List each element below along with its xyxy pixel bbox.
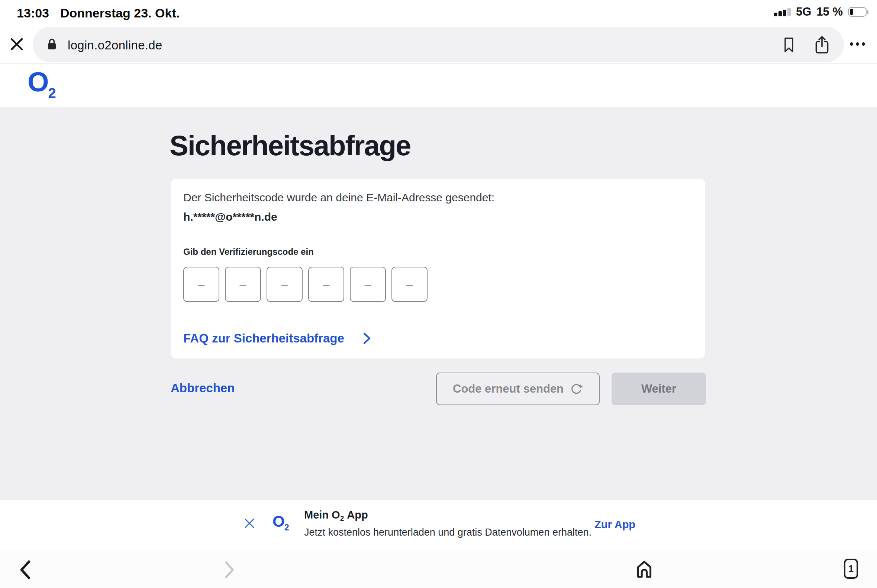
resend-code-label: Code erneut senden (453, 382, 564, 396)
browser-bottom-bar (0, 550, 877, 588)
code-digit-input-1[interactable]: – (183, 267, 219, 302)
tabs-button[interactable]: 1 (844, 559, 858, 579)
url-text: login.o2online.de (68, 38, 162, 52)
o2-logo-small: O2 (272, 513, 289, 532)
close-icon (8, 36, 25, 53)
dash-placeholder: – (281, 279, 288, 291)
chevron-right-icon (362, 332, 372, 345)
clock: 13:03 (17, 6, 49, 20)
ellipsis-icon (850, 42, 853, 46)
chevron-forward-icon (223, 561, 236, 579)
cellular-signal-icon (774, 8, 791, 16)
share-icon (814, 35, 830, 54)
status-bar-left: 13:03 Donnerstag 23. Okt. (17, 6, 179, 20)
open-app-link[interactable]: Zur App (594, 519, 635, 531)
chevron-back-icon (18, 560, 33, 580)
battery-icon (848, 7, 866, 17)
next-button[interactable]: Weiter (612, 372, 706, 405)
battery-percent: 15 % (817, 5, 843, 19)
banner-title: Mein O2App (304, 509, 368, 523)
cancel-button[interactable]: Abbrechen (171, 381, 235, 395)
dash-placeholder: – (198, 279, 205, 291)
banner-subtitle: Jetzt kostenlos herunterladen und gratis… (304, 527, 591, 538)
home-icon (635, 559, 654, 579)
dash-placeholder: – (406, 279, 413, 291)
code-digit-input-6[interactable]: – (391, 267, 427, 302)
faq-link-label: FAQ zur Sicherheitsabfrage (183, 332, 344, 345)
close-icon (244, 518, 255, 529)
verification-code-inputs: – – – – – – (183, 267, 427, 302)
faq-link[interactable]: FAQ zur Sicherheitsabfrage (183, 332, 372, 345)
resend-code-button[interactable]: Code erneut senden (436, 372, 600, 405)
dash-placeholder: – (365, 279, 372, 291)
next-button-label: Weiter (641, 382, 676, 396)
network-type: 5G (796, 5, 811, 19)
o2-logo[interactable]: O2 (27, 68, 56, 101)
status-bar-right: 5G 15 % (774, 5, 866, 19)
code-sent-info: Der Sicherheitscode wurde an deine E-Mai… (183, 189, 495, 206)
code-digit-input-4[interactable]: – (308, 267, 344, 302)
close-browser-button[interactable] (8, 36, 25, 53)
back-button[interactable] (18, 560, 33, 582)
page-title: Sicherheitsabfrage (170, 129, 411, 162)
refresh-icon (570, 382, 583, 396)
home-button[interactable] (635, 559, 654, 580)
banner-close-button[interactable] (244, 518, 256, 530)
tab-count: 1 (848, 564, 854, 574)
code-input-label: Gib den Verifizierungscode ein (183, 247, 314, 257)
bookmark-button[interactable] (782, 37, 796, 55)
dash-placeholder: – (323, 279, 330, 291)
secure-lock-icon (47, 38, 57, 53)
more-options-button[interactable] (850, 42, 865, 46)
app-promo-banner (0, 500, 877, 550)
dash-placeholder: – (240, 279, 247, 291)
code-digit-input-3[interactable]: – (266, 267, 302, 302)
code-digit-input-5[interactable]: – (350, 267, 386, 302)
bookmark-icon (782, 37, 796, 53)
toolbar-divider (0, 63, 877, 63)
code-digit-input-2[interactable]: – (225, 267, 261, 302)
masked-email: h.*****@o*****n.de (183, 209, 277, 225)
date: Donnerstag 23. Okt. (60, 6, 179, 20)
share-button[interactable] (814, 35, 830, 56)
forward-button[interactable] (223, 561, 236, 580)
